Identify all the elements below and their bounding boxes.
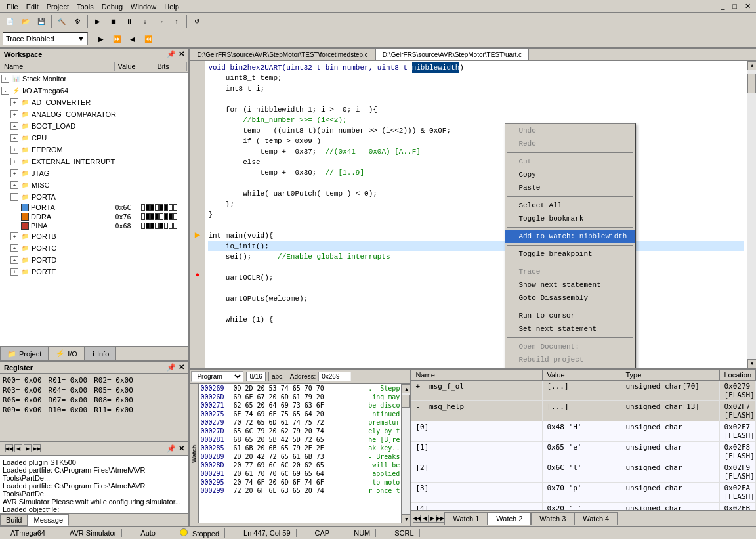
output-close-btn[interactable]: ✕ [178, 444, 184, 453]
step-into-btn[interactable]: ↓ [138, 14, 152, 29]
watch-tab-2[interactable]: Watch 2 [488, 512, 531, 525]
expand-porte[interactable]: + [10, 268, 18, 276]
debug-stop-btn[interactable]: ⏹ [106, 14, 121, 29]
step-out-btn[interactable]: ↑ [169, 14, 184, 29]
workspace-close-btn[interactable]: ✕ [178, 50, 184, 58]
scroll-thumb[interactable] [747, 74, 756, 93]
expand-cpu[interactable]: + [10, 134, 18, 142]
tree-pina-reg[interactable]: PINA 0x68 [0, 221, 188, 230]
expand-misc[interactable]: + [10, 181, 18, 189]
menu-select-all[interactable]: Select All [505, 199, 635, 212]
menu-window[interactable]: Window [127, 2, 160, 11]
register-pin-btn[interactable]: 📌 [167, 363, 176, 372]
tree-portd[interactable]: + 📁 PORTD [0, 254, 188, 266]
tab-io[interactable]: ⚡ I/O [49, 347, 85, 360]
tree-eeprom[interactable]: + 📁 EEPROM [0, 144, 188, 156]
tab-project[interactable]: 📁 Project [0, 347, 49, 360]
mem-scroll-down[interactable]: ▼ [402, 514, 410, 523]
memory-source-select[interactable]: Program [191, 371, 243, 382]
tree-misc[interactable]: + 📁 MISC [0, 179, 188, 191]
tree-jtag[interactable]: + 📁 JTAG [0, 167, 188, 179]
reset-btn[interactable]: ↺ [190, 14, 204, 29]
new-btn[interactable]: 📄 [3, 14, 17, 29]
menu-project[interactable]: Project [43, 2, 73, 11]
expand-io[interactable]: - [1, 87, 9, 95]
watch-row-5[interactable]: [3] 0x70 'p' unsigned char 0x02FA [FLASH… [411, 483, 756, 503]
mem-scroll-thumb[interactable] [402, 395, 410, 408]
expand-ad[interactable]: + [10, 98, 18, 106]
expand-portc[interactable]: + [10, 244, 18, 252]
watch-scroll-left-left[interactable]: ◀◀ [413, 515, 421, 523]
tree-portb[interactable]: + 📁 PORTB [0, 230, 188, 242]
tree-bootload[interactable]: + 📁 BOOT_LOAD [0, 120, 188, 132]
code-content[interactable]: void bin2hex2UART(uint32_t bin_number, u… [205, 61, 747, 368]
menu-rebuild[interactable]: Rebuild project [505, 353, 635, 366]
trace-dropdown[interactable]: Trace Disabled ▼ [3, 32, 88, 45]
expand-portd[interactable]: + [10, 256, 18, 264]
menu-file[interactable]: File [3, 2, 22, 11]
rebuild-btn[interactable]: ⚙ [70, 14, 85, 29]
watch-tab-3[interactable]: Watch 3 [531, 512, 574, 525]
watch-row-6[interactable]: [4] 0x20 ' ' unsigned char 0x02FB [FLASH… [411, 503, 756, 510]
debug-start-btn[interactable]: ▶ [91, 14, 105, 29]
trace-btn1[interactable]: ▶ [94, 32, 108, 46]
menu-toggle-bp[interactable]: Toggle breakpoint [505, 248, 635, 261]
open-btn[interactable]: 📂 [18, 14, 33, 29]
mem-scroll-up[interactable]: ▲ [402, 384, 410, 393]
watch-row-4[interactable]: [2] 0x6C 'l' unsigned char 0x02F9 [FLASH… [411, 462, 756, 483]
expand-eeprom[interactable]: + [10, 146, 18, 154]
register-close-btn[interactable]: ✕ [178, 363, 184, 372]
expand-jtag[interactable]: + [10, 169, 18, 177]
code-editor[interactable]: ▶ ● void bin2hex2UART(uint32_t bin_numbe… [190, 61, 756, 368]
tab-build[interactable]: Build [0, 514, 28, 526]
save-btn[interactable]: 💾 [34, 14, 49, 29]
memory-abc-btn[interactable]: abc. [268, 372, 287, 381]
expand-extint[interactable]: + [10, 158, 18, 165]
menu-debug[interactable]: Debug [98, 2, 127, 11]
menu-edit[interactable]: Edit [22, 2, 43, 11]
watch-scroll-right[interactable]: ▶ [429, 515, 436, 523]
scroll-left-btn[interactable]: ◀◀ [5, 444, 13, 452]
expand-analog[interactable]: + [10, 110, 18, 118]
expand-0[interactable]: + [415, 382, 423, 391]
menu-undo[interactable]: Undo [505, 124, 635, 137]
maximize-btn[interactable]: □ [730, 2, 740, 11]
tree-ad-converter[interactable]: + 📁 AD_CONVERTER [0, 97, 188, 108]
expand-porta-group[interactable]: - [10, 193, 18, 201]
menu-copy[interactable]: Copy [505, 168, 635, 181]
scroll-right-btn[interactable]: ▶▶ [33, 444, 41, 452]
expand-1[interactable]: - [415, 402, 423, 411]
trace-btn3[interactable]: ◀ [125, 32, 140, 46]
menu-redo[interactable]: Redo [505, 137, 635, 150]
workspace-pin-btn[interactable]: 📌 [167, 50, 176, 58]
menu-tools[interactable]: Tools [73, 2, 98, 11]
tree-ddra-reg[interactable]: DDRA 0x76 [0, 212, 188, 221]
tree-stack-monitor[interactable]: + 📊 Stack Monitor [0, 73, 188, 85]
watch-row-2[interactable]: [0] 0x48 'H' unsigned char 0x02F7 [FLASH… [411, 421, 756, 442]
tree-porta-reg[interactable]: PORTA 0x6C [0, 203, 188, 212]
tree-porta-group[interactable]: - 📁 PORTA [0, 191, 188, 203]
step-over-btn[interactable]: → [154, 14, 168, 29]
output-pin-btn[interactable]: 📌 [167, 444, 176, 453]
menu-run-cursor[interactable]: Run to cursor [505, 309, 635, 322]
watch-scroll-right-right[interactable]: ▶▶ [436, 515, 444, 523]
expand-stack[interactable]: + [1, 75, 9, 83]
menu-paste[interactable]: Paste [505, 181, 635, 194]
menu-open-doc[interactable]: Open Document: [505, 340, 635, 353]
mem-scroll-track[interactable] [402, 393, 410, 514]
watch-scroll-left[interactable]: ◀ [421, 515, 429, 523]
watch-row-0[interactable]: + msg_f_ol [...] unsigned char[70] 0x027… [411, 381, 756, 401]
tab-info[interactable]: ℹ Info [85, 347, 116, 360]
tree-io-atmega64[interactable]: - ⚡ I/O ATmega64 [0, 85, 188, 97]
trace-btn2[interactable]: ⏩ [110, 32, 124, 46]
scroll-up-btn[interactable]: ▲ [747, 61, 756, 70]
watch-tab-1[interactable]: Watch 1 [444, 512, 488, 525]
tree-portc[interactable]: + 📁 PORTC [0, 242, 188, 254]
expand-boot[interactable]: + [10, 122, 18, 130]
menu-cut[interactable]: Cut [505, 155, 635, 168]
memory-address-input[interactable]: 0x269 [318, 372, 351, 381]
file-tab-1[interactable]: D:\GeirFRS\source\AVR\StepMotor\TEST\uar… [375, 49, 529, 60]
minimize-btn[interactable]: _ [718, 2, 727, 11]
tab-message[interactable]: Message [28, 514, 69, 526]
expand-portb[interactable]: + [10, 232, 18, 240]
